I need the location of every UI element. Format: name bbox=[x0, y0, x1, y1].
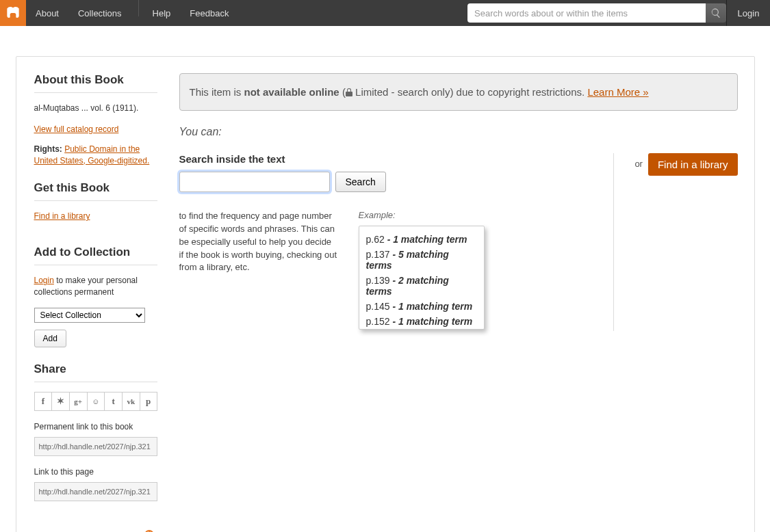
example-results-box: p.62 - 1 matching term p.137 - 5 matchin… bbox=[359, 226, 485, 330]
example-row: p.145 - 1 matching term bbox=[366, 299, 477, 314]
global-search-button[interactable] bbox=[706, 3, 726, 23]
pagelink-input[interactable] bbox=[34, 482, 157, 501]
primary-nav: About Collections Help Feedback bbox=[26, 0, 238, 26]
book-title: al-Muqtabas ... vol. 6 (1911). bbox=[34, 103, 157, 114]
example-page: p.62 bbox=[366, 234, 385, 245]
lock-icon bbox=[346, 88, 352, 96]
nav-feedback[interactable]: Feedback bbox=[180, 0, 238, 26]
search-inside-row: Search bbox=[179, 172, 614, 192]
main-content: This item is not available online ( Limi… bbox=[166, 73, 738, 532]
google-plus-icon[interactable]: g+ bbox=[69, 392, 87, 411]
global-search-input[interactable] bbox=[467, 3, 706, 23]
find-library-button[interactable]: Find in a library bbox=[648, 153, 738, 176]
nav-about[interactable]: About bbox=[26, 0, 68, 26]
example-terms: - 1 matching term bbox=[385, 234, 467, 245]
find-library-column: or Find in a library bbox=[613, 153, 737, 331]
sidebar: About this Book al-Muqtabas ... vol. 6 (… bbox=[22, 73, 166, 532]
share-icons: f ✶ g+ ☺ t vk p bbox=[34, 392, 157, 411]
learn-more-link[interactable]: Learn More » bbox=[587, 86, 648, 98]
you-can-label: You can: bbox=[179, 126, 738, 138]
nav-help[interactable]: Help bbox=[143, 0, 181, 26]
topbar: About Collections Help Feedback Login bbox=[0, 0, 770, 26]
login-link[interactable]: Login bbox=[726, 0, 770, 26]
example-row: p.139 - 2 matching terms bbox=[366, 273, 477, 299]
share-heading: Share bbox=[34, 362, 157, 382]
example-label: Example: bbox=[359, 210, 485, 220]
permalink-label: Permanent link to this book bbox=[34, 422, 157, 431]
site-logo[interactable] bbox=[0, 0, 26, 26]
desc-example-row: to find the frequency and page number of… bbox=[179, 210, 614, 330]
search-inside-heading: Search inside the text bbox=[179, 153, 614, 165]
example-terms: - 1 matching term bbox=[390, 316, 473, 327]
vk-icon[interactable]: vk bbox=[122, 392, 140, 411]
rights-row: Rights: Public Domain in the United Stat… bbox=[34, 144, 157, 167]
rights-label: Rights: bbox=[34, 144, 62, 154]
login-prompt: Login to make your personal collections … bbox=[34, 275, 157, 298]
alert-pre: This item is bbox=[190, 86, 244, 98]
example-page: p.137 bbox=[366, 249, 390, 260]
login-sidebar-link[interactable]: Login bbox=[34, 276, 54, 285]
example-terms: - 1 matching term bbox=[390, 301, 473, 312]
or-label: or bbox=[634, 153, 643, 169]
view-catalog-link[interactable]: View full catalog record bbox=[34, 124, 119, 134]
find-library-sidebar-link[interactable]: Find in a library bbox=[34, 211, 90, 221]
example-row: p.137 - 5 matching terms bbox=[366, 247, 477, 273]
top-search-wrap bbox=[467, 3, 726, 23]
elephant-icon bbox=[4, 4, 22, 22]
pagelink-label: Link to this page bbox=[34, 467, 157, 477]
search-inside-input[interactable] bbox=[179, 172, 330, 192]
facebook-icon[interactable]: f bbox=[34, 392, 52, 411]
example-column: Example: p.62 - 1 matching term p.137 - … bbox=[359, 210, 485, 330]
search-icon bbox=[710, 8, 721, 18]
nav-collections[interactable]: Collections bbox=[68, 0, 131, 26]
add-button[interactable]: Add bbox=[34, 330, 66, 347]
reddit-icon[interactable]: ☺ bbox=[87, 392, 105, 411]
nav-divider bbox=[138, 0, 139, 16]
page-container: About this Book al-Muqtabas ... vol. 6 (… bbox=[16, 56, 755, 532]
availability-alert: This item is not available online ( Limi… bbox=[179, 73, 738, 111]
alert-lim: Limited - search only) due to copyright … bbox=[352, 86, 587, 98]
example-row: p.154 - 1 matching term bbox=[366, 329, 477, 330]
example-row: p.62 - 1 matching term bbox=[366, 232, 477, 247]
alert-bold: not available online bbox=[244, 86, 339, 98]
permalink-input[interactable] bbox=[34, 437, 157, 456]
search-description: to find the frequency and page number of… bbox=[179, 210, 338, 330]
example-row: p.152 - 1 matching term bbox=[366, 314, 477, 329]
example-page: p.152 bbox=[366, 316, 390, 327]
tumblr-icon[interactable]: t bbox=[104, 392, 122, 411]
twitter-icon[interactable]: ✶ bbox=[51, 392, 69, 411]
add-collection-heading: Add to Collection bbox=[34, 245, 157, 265]
alert-mid: ( bbox=[339, 86, 346, 98]
example-page: p.145 bbox=[366, 301, 390, 312]
pinterest-icon[interactable]: p bbox=[140, 392, 157, 411]
example-page: p.139 bbox=[366, 275, 390, 286]
search-inside-button[interactable]: Search bbox=[335, 172, 386, 192]
collection-select[interactable]: Select Collection bbox=[34, 308, 145, 323]
about-book-heading: About this Book bbox=[34, 73, 157, 93]
get-book-heading: Get this Book bbox=[34, 181, 157, 201]
